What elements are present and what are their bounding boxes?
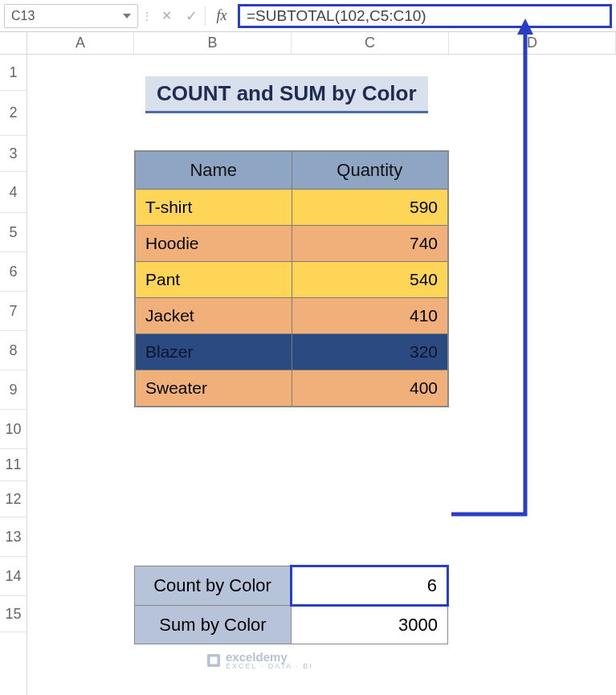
table-row: Hoodie 740 (135, 226, 448, 262)
cell-name[interactable]: Jacket (135, 298, 292, 334)
cell-name[interactable]: Sweater (135, 370, 292, 407)
svg-rect-2 (210, 657, 218, 664)
row-header-6[interactable]: 6 (0, 252, 27, 292)
fx-icon[interactable] (210, 4, 233, 28)
cell-name[interactable]: T-shirt (135, 190, 292, 226)
row-header-7[interactable]: 7 (0, 292, 27, 331)
data-table: Name Quantity T-shirt 590 Hoodie 740 Pan… (134, 150, 449, 407)
sum-value-cell[interactable]: 3000 (292, 606, 448, 644)
divider-dots-icon (141, 10, 153, 22)
page-title: COUNT and SUM by Color (145, 76, 428, 113)
row-header-15[interactable]: 15 (0, 596, 27, 632)
row-header-9[interactable]: 9 (0, 370, 27, 410)
row-header-14[interactable]: 14 (0, 557, 27, 596)
row-header-4[interactable]: 4 (0, 172, 27, 213)
col-header-B[interactable]: B (134, 32, 292, 54)
watermark-tag: EXCEL · DATA · BI (226, 663, 313, 670)
row-header-3[interactable]: 3 (0, 136, 27, 172)
cell-name[interactable]: Pant (135, 262, 292, 298)
header-qty[interactable]: Quantity (292, 151, 448, 190)
cell-qty[interactable]: 410 (292, 298, 448, 334)
row-header-1[interactable]: 1 (0, 55, 27, 91)
watermark-logo-icon (206, 653, 221, 668)
table-row: Jacket 410 (135, 298, 448, 334)
cell-qty[interactable]: 400 (292, 370, 448, 407)
cell-name[interactable]: Hoodie (135, 226, 292, 262)
cell-name[interactable]: Blazer (135, 334, 292, 370)
table-row: T-shirt 590 (135, 190, 448, 226)
name-box-value: C13 (11, 9, 35, 23)
row-header-13[interactable]: 13 (0, 517, 27, 557)
row-headers: 1 2 3 4 5 6 7 8 9 10 11 12 13 14 15 (0, 32, 27, 695)
cancel-icon[interactable] (155, 4, 177, 28)
formula-input[interactable]: =SUBTOTAL(102,C5:C10) (238, 4, 612, 28)
name-box[interactable]: C13 (4, 4, 138, 28)
table-row: Sweater 400 (135, 370, 448, 407)
grid[interactable]: A B C D COUNT and SUM by Color Name Quan… (27, 32, 616, 695)
col-headers: A B C D (27, 32, 616, 55)
row-header-11[interactable]: 11 (0, 449, 27, 481)
cell-qty[interactable]: 540 (292, 262, 448, 298)
formula-bar: C13 =SUBTOTAL(102,C5:C10) (0, 0, 616, 32)
col-header-C[interactable]: C (292, 32, 449, 54)
cell-qty[interactable]: 740 (292, 226, 448, 262)
col-header-D[interactable]: D (449, 32, 616, 54)
row-header-10[interactable]: 10 (0, 410, 27, 449)
row-header-12[interactable]: 12 (0, 481, 27, 517)
header-name[interactable]: Name (135, 151, 292, 190)
annotation-arrow-icon (445, 18, 573, 541)
count-label[interactable]: Count by Color (135, 566, 292, 606)
cell-qty[interactable]: 590 (292, 190, 448, 226)
divider (205, 6, 206, 26)
formula-text: =SUBTOTAL(102,C5:C10) (247, 7, 426, 25)
sum-label[interactable]: Sum by Color (135, 606, 292, 644)
select-all-corner[interactable] (0, 32, 27, 55)
table-row: Blazer 320 (135, 334, 448, 370)
count-value-cell[interactable]: 6 (292, 566, 448, 606)
watermark: exceldemy EXCEL · DATA · BI (206, 651, 313, 670)
row-header-5[interactable]: 5 (0, 213, 27, 252)
watermark-brand: exceldemy (226, 651, 313, 663)
summary-table: Count by Color 6 Sum by Color 3000 (134, 565, 449, 644)
row-header-8[interactable]: 8 (0, 331, 27, 370)
row-header-2[interactable]: 2 (0, 91, 27, 136)
col-header-A[interactable]: A (27, 32, 134, 54)
enter-icon[interactable] (180, 4, 202, 28)
sheet-area: 1 2 3 4 5 6 7 8 9 10 11 12 13 14 15 A B … (0, 32, 616, 695)
cell-qty[interactable]: 320 (292, 334, 448, 370)
table-row: Pant 540 (135, 262, 448, 298)
